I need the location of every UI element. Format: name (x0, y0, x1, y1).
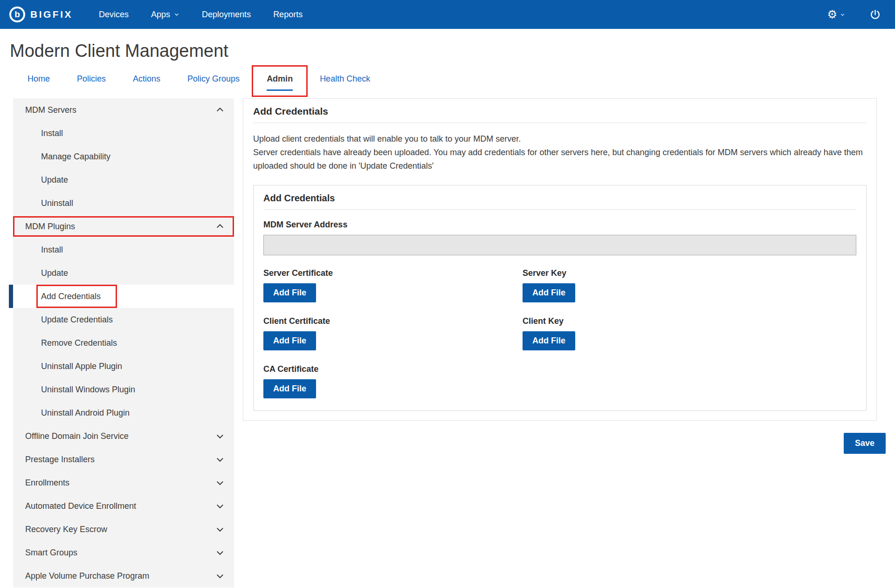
sidebar-item-mdm-plugins-update-credentials[interactable]: Update Credentials (13, 308, 234, 331)
sidebar-item-mdm-plugins-install[interactable]: Install (13, 238, 234, 261)
sidebar-section-label: Automated Device Enrollment (25, 501, 215, 511)
add-file-button-server-certificate[interactable]: Add File (263, 283, 316, 302)
tab-actions[interactable]: Actions (119, 65, 174, 97)
sidebar-section-automated-device-enrollment[interactable]: Automated Device Enrollment (13, 494, 234, 518)
sidebar-section-mdm-servers[interactable]: MDM Servers (13, 98, 234, 122)
tab-home[interactable]: Home (14, 65, 63, 97)
sidebar-section-label: MDM Plugins (25, 222, 215, 232)
nav-item-reports[interactable]: Reports (262, 0, 314, 29)
sidebar-item-label: Install (41, 129, 63, 138)
sidebar-item-mdm-servers-install[interactable]: Install (13, 122, 234, 145)
chevron-down-icon (215, 455, 225, 464)
chevron-down-icon (840, 12, 845, 17)
sidebar-item-mdm-servers-update[interactable]: Update (13, 168, 234, 191)
topbar-right: ⚙ (827, 9, 881, 21)
tab-label: Home (28, 74, 50, 83)
add-credentials-panel: Add Credentials Upload client credential… (243, 98, 877, 421)
field-server-certificate: Server Certificate Add File (263, 268, 523, 302)
sidebar-section-prestage-installers[interactable]: Prestage Installers (13, 448, 234, 471)
sidebar-section-apple-volume-purchase-program[interactable]: Apple Volume Purchase Program (13, 564, 234, 588)
nav-item-label: Devices (99, 10, 129, 20)
add-file-button-client-key[interactable]: Add File (523, 331, 575, 350)
sidebar-section-label: Apple Volume Purchase Program (25, 571, 215, 581)
nav-item-label: Reports (273, 10, 303, 20)
sidebar-item-label: Update (41, 268, 68, 278)
content-layout: MDM Servers Install Manage Capability Up… (0, 98, 895, 588)
bigfix-logo[interactable]: b BIGFIX (9, 7, 73, 22)
chevron-down-icon (174, 12, 179, 17)
sidebar-item-label: Uninstall (41, 198, 73, 208)
logout-button[interactable] (869, 9, 881, 21)
bigfix-logo-icon: b (9, 7, 25, 22)
card-heading: Add Credentials (263, 193, 856, 210)
tab-label: Policy Groups (187, 74, 240, 83)
tab-label: Admin (267, 74, 293, 91)
save-button[interactable]: Save (844, 433, 886, 454)
add-file-button-server-key[interactable]: Add File (523, 283, 575, 302)
tab-policies[interactable]: Policies (63, 65, 119, 97)
mdm-server-address-input[interactable] (263, 235, 856, 255)
add-file-button-ca-certificate[interactable]: Add File (263, 379, 316, 398)
sidebar-item-label: Uninstall Windows Plugin (41, 385, 135, 395)
field-label: Client Key (523, 316, 856, 326)
field-label: CA Certificate (263, 364, 523, 374)
tab-label: Actions (133, 74, 160, 83)
chevron-up-icon (215, 222, 225, 231)
field-label: Server Key (523, 268, 856, 278)
nav-item-devices[interactable]: Devices (88, 0, 140, 29)
sidebar-item-mdm-plugins-add-credentials[interactable]: Add Credentials (13, 285, 234, 308)
field-ca-certificate: CA Certificate Add File (263, 364, 523, 398)
tab-health-check[interactable]: Health Check (306, 65, 384, 97)
description-line: Upload client credentials that will enab… (253, 132, 867, 146)
sidebar-item-label: Add Credentials (41, 292, 101, 301)
tab-admin[interactable]: Admin (253, 65, 306, 97)
sidebar-section-recovery-key-escrow[interactable]: Recovery Key Escrow (13, 518, 234, 541)
sidebar-section-label: Enrollments (25, 478, 215, 488)
sidebar-item-uninstall-android-plugin[interactable]: Uninstall Android Plugin (13, 401, 234, 424)
sidebar-item-mdm-servers-uninstall[interactable]: Uninstall (13, 191, 234, 215)
panel-heading: Add Credentials (253, 106, 867, 123)
gear-icon: ⚙ (827, 9, 837, 20)
field-client-key: Client Key Add File (523, 316, 856, 350)
sidebar-item-label: Uninstall Android Plugin (41, 408, 130, 418)
tab-policy-groups[interactable]: Policy Groups (174, 65, 253, 97)
description-line: Server credentials have already been upl… (253, 146, 867, 173)
sidebar-section-mdm-plugins[interactable]: MDM Plugins (13, 215, 234, 238)
chevron-down-icon (215, 431, 225, 441)
brand-name: BIGFIX (30, 9, 73, 20)
sidebar-item-label: Remove Credentials (41, 338, 117, 348)
sidebar-section-smart-groups[interactable]: Smart Groups (13, 541, 234, 564)
admin-sidebar: MDM Servers Install Manage Capability Up… (13, 98, 234, 588)
nav-item-apps[interactable]: Apps (140, 0, 191, 29)
settings-menu-button[interactable]: ⚙ (827, 9, 845, 20)
sidebar-section-label: MDM Servers (25, 105, 215, 115)
sidebar-item-mdm-servers-manage-capability[interactable]: Manage Capability (13, 145, 234, 168)
sidebar-section-offline-domain-join-service[interactable]: Offline Domain Join Service (13, 424, 234, 448)
sidebar-item-uninstall-windows-plugin[interactable]: Uninstall Windows Plugin (13, 378, 234, 401)
nav-item-deployments[interactable]: Deployments (191, 0, 262, 29)
sidebar-item-mdm-plugins-remove-credentials[interactable]: Remove Credentials (13, 331, 234, 355)
chevron-down-icon (215, 478, 225, 487)
main-content: Add Credentials Upload client credential… (243, 98, 886, 454)
sidebar-section-enrollments[interactable]: Enrollments (13, 471, 234, 494)
chevron-down-icon (215, 571, 225, 581)
top-nav: Devices Apps Deployments Reports (88, 0, 314, 29)
nav-item-label: Apps (151, 10, 170, 20)
chevron-up-icon (215, 105, 225, 115)
sidebar-item-uninstall-apple-plugin[interactable]: Uninstall Apple Plugin (13, 355, 234, 378)
save-row: Save (243, 433, 886, 454)
panel-description: Upload client credentials that will enab… (253, 132, 867, 173)
field-label: Server Certificate (263, 268, 523, 278)
mdm-server-address-label: MDM Server Address (263, 220, 856, 230)
field-server-key: Server Key Add File (523, 268, 856, 302)
sidebar-section-label: Recovery Key Escrow (25, 525, 215, 534)
tab-label: Health Check (320, 74, 370, 83)
sidebar-item-label: Manage Capability (41, 152, 110, 162)
field-label: Client Certificate (263, 316, 523, 326)
selected-indicator (9, 285, 13, 308)
add-file-button-client-certificate[interactable]: Add File (263, 331, 316, 350)
field-client-certificate: Client Certificate Add File (263, 316, 523, 350)
sidebar-item-mdm-plugins-update[interactable]: Update (13, 261, 234, 285)
chevron-down-icon (215, 525, 225, 534)
nav-item-label: Deployments (202, 10, 251, 20)
